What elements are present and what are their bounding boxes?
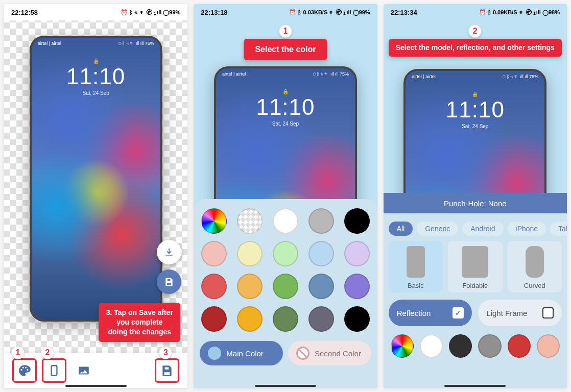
frame-color-swatch[interactable] (420, 334, 443, 358)
mockup-status-right: ◯ ᛒ ⇅ ᯤ ıll ıll 75% (503, 74, 538, 79)
model-label: Curved (524, 282, 545, 289)
color-swatch[interactable] (308, 274, 334, 299)
callout-color: Select the color (244, 39, 327, 60)
save-button[interactable] (156, 359, 178, 382)
color-swatch[interactable] (273, 306, 298, 332)
reflection-toggle[interactable]: Reflection ✓ (389, 300, 472, 326)
frame-color-swatch[interactable] (508, 334, 531, 358)
color-swatch[interactable] (344, 274, 370, 299)
punch-hole-bar[interactable]: Punch-Hole: None (384, 193, 567, 213)
mockup-status-right: ◯ ᛒ ⇅ ᯤ ıll ıll 75% (118, 41, 154, 46)
screen-color-picker: 22:13:18 ⏰ ᛒ 0.03KB/S ᯤ ✆ ₁ıll ◯99% 1 Se… (194, 4, 377, 388)
status-icons: ⏰ ᛒ ⇅ ᯤ ✆ ₁ıll ◯99% (121, 9, 181, 16)
save-fab-button[interactable] (157, 270, 181, 294)
nav-pill (255, 385, 316, 387)
mockup-carrier: airtel | airtel (222, 71, 246, 77)
second-color-label: Second Color (315, 349, 361, 358)
mockup-date: Sat, 24 Sep (216, 121, 355, 127)
filter-chip[interactable]: Generic (417, 222, 458, 236)
lock-icon: 🔒 (216, 89, 355, 94)
nav-pill (444, 385, 506, 387)
model-card[interactable]: Basic (389, 241, 443, 292)
status-time: 22:12:58 (11, 9, 38, 16)
model-card[interactable]: Curved (508, 241, 562, 292)
frame-color-row (384, 334, 567, 358)
color-swatch[interactable] (237, 208, 263, 234)
mockup-time: 11:10 (32, 64, 160, 89)
filter-chip[interactable]: All (389, 222, 413, 236)
color-swatch[interactable] (344, 306, 370, 332)
color-swatch[interactable] (273, 274, 298, 299)
nav-pill (65, 385, 127, 387)
device-button[interactable] (43, 359, 65, 382)
frame-color-swatch[interactable] (537, 334, 560, 358)
chip-row: AllGenericAndroidiPhoneTablet (384, 214, 567, 241)
color-swatch[interactable] (273, 208, 298, 234)
mockup-lockscreen: 🔒 11:10 Sat, 24 Sep (216, 89, 355, 127)
frame-color-swatch[interactable] (391, 334, 414, 358)
step-badge-1: 1 (11, 346, 25, 359)
model-label: Foldable (462, 282, 488, 289)
model-label: Basic (408, 282, 424, 289)
main-color-dot (208, 347, 221, 360)
model-icon (407, 246, 425, 278)
color-swatch[interactable] (201, 306, 227, 332)
mockup-carrier: airtel | airtel (412, 74, 435, 79)
mockup-status-right: ◯ ᛒ ⇅ ᯤ ıll ıll 75% (313, 71, 349, 77)
mockup-date: Sat, 24 Sep (406, 124, 544, 129)
color-swatch[interactable] (344, 208, 370, 234)
palette-button[interactable] (13, 359, 36, 382)
image-button[interactable] (73, 359, 95, 382)
status-time: 22:13:18 (201, 9, 227, 16)
status-bar: 22:13:18 ⏰ ᛒ 0.03KB/S ᯤ ✆ ₁ıll ◯99% (194, 4, 377, 20)
color-swatch[interactable] (273, 241, 298, 266)
filter-chip[interactable]: Android (462, 222, 503, 236)
color-swatch[interactable] (308, 306, 334, 332)
color-swatch[interactable] (201, 274, 227, 299)
frame-color-swatch[interactable] (478, 334, 501, 358)
lock-icon: 🔒 (32, 58, 160, 64)
status-icons: ⏰ ᛒ 0.03KB/S ᯤ ✆ ₁ıll ◯99% (289, 9, 370, 16)
second-color-button[interactable]: Second Color (288, 341, 371, 365)
checkbox-on-icon: ✓ (453, 307, 464, 318)
main-color-button[interactable]: Main Color (200, 341, 283, 365)
fab-column (157, 240, 181, 294)
mockup-carrier: airtel | airtel (38, 41, 61, 46)
frame-color-swatch[interactable] (449, 334, 472, 358)
mockup-date: Sat, 24 Sep (32, 90, 160, 96)
phone-mockup[interactable]: airtel | airtel ◯ ᛒ ⇅ ᯤ ıll ıll 75% 🔒 11… (30, 36, 162, 322)
color-swatch[interactable] (344, 241, 370, 266)
color-swatch[interactable] (237, 241, 263, 266)
color-swatch[interactable] (237, 306, 263, 332)
model-card[interactable]: Foldable (448, 241, 502, 292)
callout-save: 3. Tap on Save after you complete doing … (99, 303, 180, 342)
model-icon (462, 246, 488, 278)
color-swatch[interactable] (201, 241, 227, 266)
status-bar: 22:12:58 ⏰ ᛒ ⇅ ᯤ ✆ ₁ıll ◯99% (4, 4, 187, 20)
bottom-toolbar (4, 353, 187, 388)
mockup-status-bar: airtel | airtel ◯ ᛒ ⇅ ᯤ ıll ıll 75% (406, 71, 544, 82)
checkbox-off-icon (542, 307, 554, 318)
color-swatch[interactable] (308, 208, 334, 234)
svg-rect-0 (52, 365, 57, 376)
status-time: 22:13:34 (391, 9, 417, 16)
second-color-dot (296, 347, 310, 360)
filter-chip[interactable]: iPhone (508, 222, 546, 236)
screen-edit: 22:12:58 ⏰ ᛒ ⇅ ᯤ ✆ ₁ıll ◯99% airtel | ai… (4, 4, 187, 388)
color-swatch[interactable] (201, 208, 227, 234)
color-swatch[interactable] (237, 274, 263, 299)
filter-chip[interactable]: Tablet (550, 222, 567, 236)
light-frame-label: Light Frame (486, 309, 527, 317)
light-frame-toggle[interactable]: Light Frame (478, 300, 562, 326)
callout-settings: Select the model, reflection, and other … (389, 39, 562, 57)
mockup-lockscreen: 🔒 11:10 Sat, 24 Sep (406, 91, 544, 129)
model-icon (526, 246, 544, 278)
screen-model-settings: 22:13:34 ⏰ ᛒ 0.09KB/S ᯤ ✆ ₁ıll ◯98% 2 Se… (384, 4, 567, 388)
color-panel: Main Color Second Color (194, 199, 377, 388)
color-swatch[interactable] (308, 241, 334, 266)
step-badge: 1 (279, 24, 292, 38)
main-color-label: Main Color (226, 349, 264, 358)
swatch-grid (200, 208, 371, 332)
mockup-status-bar: airtel | airtel ◯ ᛒ ⇅ ᯤ ıll ıll 75% (32, 38, 160, 49)
download-button[interactable] (157, 240, 181, 264)
